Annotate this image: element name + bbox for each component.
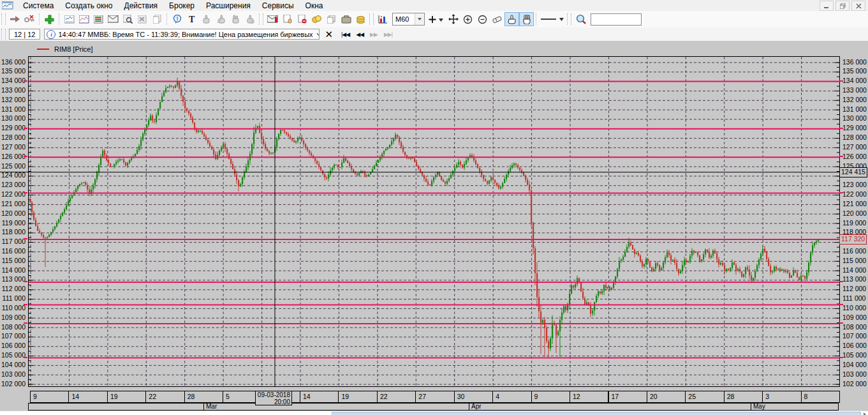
move-tool-icon[interactable]	[446, 12, 460, 26]
horizontal-scrollbar[interactable]	[0, 411, 868, 415]
timeframe-select[interactable]: M60	[392, 13, 425, 26]
x-axis-day-cell: 9	[531, 391, 570, 403]
candlestick-chart[interactable]	[29, 57, 839, 386]
y-axis-label: 114 000	[0, 267, 26, 274]
minimize-button[interactable]	[820, 1, 834, 11]
level-axis-dash	[24, 238, 27, 239]
menu-create-window[interactable]: Создать окно	[59, 1, 118, 11]
add-window-icon[interactable]	[42, 12, 57, 26]
series-label: RIM8 [Price]	[54, 45, 93, 53]
mail-chart-icon[interactable]	[106, 12, 121, 26]
toolbar-grip-3[interactable]	[369, 13, 374, 25]
briefcase-icon[interactable]	[339, 12, 353, 26]
pointer2-gray-icon[interactable]	[228, 12, 243, 26]
comment-bubble-icon[interactable]: !	[170, 12, 184, 26]
statusbar-grip[interactable]	[1, 29, 6, 40]
menu-extensions[interactable]: Расширения	[200, 1, 256, 11]
chart-window-icon[interactable]	[62, 12, 77, 26]
y-axis-label: 122 000	[842, 191, 867, 198]
scrollbar-right-arrow-icon[interactable]	[864, 412, 866, 415]
pointer-gray-icon[interactable]	[199, 12, 214, 26]
menu-system[interactable]: Система	[17, 1, 59, 11]
order-hand-icon[interactable]	[280, 12, 295, 26]
y-axis-label: 120 000	[0, 210, 26, 217]
menu-actions[interactable]: Действия	[119, 1, 164, 11]
edit-chart-icon[interactable]	[121, 12, 135, 26]
hand-tool-icon[interactable]	[519, 12, 534, 26]
y-axis-label: 103 000	[0, 371, 26, 378]
x-axis-day-cell: 3	[762, 391, 801, 403]
chart-window2-icon[interactable]	[77, 12, 91, 26]
stop-order-icon[interactable]	[295, 12, 309, 26]
chart-colored-icon[interactable]	[376, 12, 390, 26]
pointer3-gray-icon[interactable]	[243, 12, 258, 26]
y-axis-label: 126 000	[0, 153, 26, 160]
level-axis-dash	[839, 281, 843, 282]
y-axis-label: 128 000	[842, 134, 867, 141]
y-axis-label: 109 000	[842, 314, 867, 321]
toolbar-grip-4[interactable]	[567, 13, 571, 25]
y-axis-label: 136 000	[0, 59, 26, 66]
y-axis-label: 103 000	[842, 371, 867, 378]
quotes-table-icon[interactable]	[91, 12, 106, 26]
y-axis-label: 105 000	[842, 352, 867, 359]
nav-first-button[interactable]: |◀◀	[338, 31, 353, 38]
restore-button[interactable]	[835, 1, 850, 11]
y-axis-label: 108 000	[0, 324, 26, 331]
nav-next-button[interactable]: ▶▶	[367, 31, 381, 38]
nav-prev-button[interactable]: ◀◀	[353, 31, 367, 38]
copy-chart-icon[interactable]	[150, 12, 165, 26]
toolbar: ! T M60	[0, 11, 868, 28]
menu-services[interactable]: Сервисы	[256, 1, 300, 11]
y-axis-label: 110 000	[0, 305, 26, 312]
clear-message-button[interactable]: ✕	[320, 29, 338, 40]
x-axis-day-cell: 19	[107, 391, 146, 403]
series-color-swatch	[37, 49, 49, 50]
search-input[interactable]	[591, 13, 642, 26]
x-axis-day-cell: 28	[184, 391, 223, 403]
message-dropdown[interactable]: i 14:40:47 ММВБ: Время ТС - 11:39:39; Вн…	[44, 29, 320, 40]
mail-red-icon[interactable]	[265, 12, 280, 26]
connect-icon[interactable]	[8, 12, 22, 26]
y-axis-label: 113 000	[842, 276, 866, 283]
nav-last-button[interactable]: ▶▶|	[381, 31, 395, 38]
x-axis-day-cell: 17	[608, 391, 647, 403]
x-axis-day-cell: 9	[30, 391, 69, 403]
cash-icon[interactable]	[353, 12, 368, 26]
chevron-down-icon[interactable]	[415, 13, 424, 25]
chart-region: RIM8 [Price] 136 000136 000135 000135 00…	[0, 41, 868, 415]
find-icon[interactable]	[573, 12, 588, 26]
delete-chart-icon[interactable]	[135, 12, 150, 26]
chevron-down-icon[interactable]	[313, 33, 320, 36]
y-axis-label: 133 000	[0, 87, 26, 94]
pointer-tool-icon[interactable]	[504, 12, 519, 26]
coins-icon[interactable]	[309, 12, 324, 26]
level-axis-dash	[24, 281, 27, 282]
toolbar-grip[interactable]	[1, 13, 6, 25]
docs-icon[interactable]	[324, 12, 339, 26]
price-plot[interactable]	[28, 56, 840, 387]
y-axis-label: 102 000	[0, 381, 26, 388]
line-style-icon[interactable]	[539, 12, 566, 26]
y-axis-label: 111 000	[0, 295, 26, 302]
text-tool-icon[interactable]: T	[184, 12, 199, 26]
level-axis-dash	[24, 322, 27, 324]
pointer-x-gray-icon[interactable]	[214, 12, 228, 26]
app-icon	[2, 1, 13, 10]
close-button[interactable]	[851, 1, 865, 11]
cursor-date-label: 09-03-201820:00	[255, 391, 292, 405]
update-counter: 12 | 12	[9, 29, 40, 40]
eraser-icon[interactable]	[490, 12, 504, 26]
level-axis-dash	[839, 156, 843, 157]
y-axis-label: 134 000	[842, 77, 867, 84]
disconnect-icon[interactable]	[22, 12, 37, 26]
menu-broker[interactable]: Брокер	[163, 1, 200, 11]
menu-windows[interactable]: Окна	[300, 1, 329, 11]
toolbar-grip-2[interactable]	[259, 13, 263, 25]
zoom-in-icon[interactable]	[460, 12, 475, 26]
svg-text:T: T	[189, 15, 195, 24]
zoom-out-icon[interactable]	[475, 12, 490, 26]
scrollbar-thumb[interactable]	[332, 412, 861, 415]
add-plus-icon[interactable]	[427, 12, 446, 26]
y-axis-label: 112 000	[842, 285, 866, 292]
